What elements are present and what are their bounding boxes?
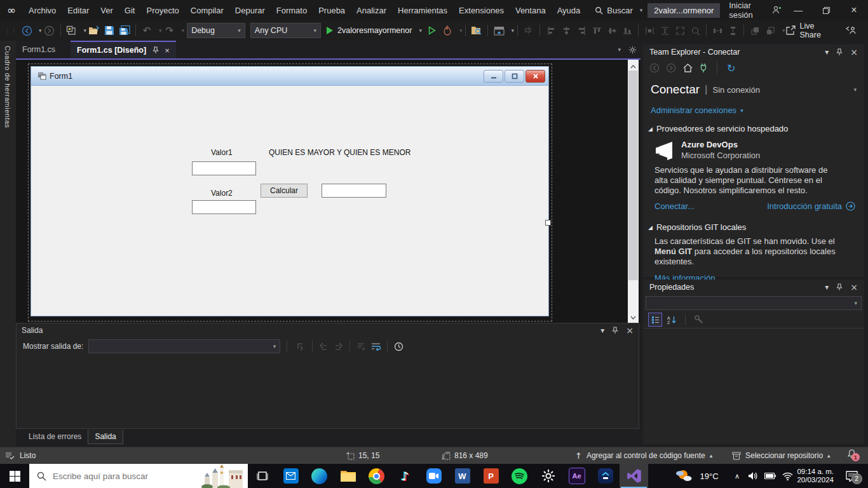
team-explorer-pin-icon[interactable]: [836, 48, 843, 56]
search-control[interactable]: Buscar ▾: [595, 6, 642, 15]
menu-prueba[interactable]: Prueba: [313, 0, 351, 20]
alphabetical-sort-icon[interactable]: AZ: [667, 315, 677, 325]
align-centers-icon[interactable]: [559, 22, 573, 39]
menu-formato[interactable]: Formato: [271, 0, 313, 20]
navigate-back-icon[interactable]: [20, 22, 34, 39]
properties-header[interactable]: Propiedades ▾ ×: [643, 280, 864, 295]
output-pin-icon[interactable]: [612, 327, 618, 334]
toolbar-overflow[interactable]: ▾: [782, 27, 785, 34]
action-center-icon[interactable]: 2: [839, 464, 864, 488]
tray-clock[interactable]: 09:14 a. m. 20/03/2024: [793, 464, 834, 488]
scroll-down-icon[interactable]: [628, 313, 639, 323]
vertical-spacing-icon[interactable]: [726, 22, 740, 39]
history-clock-icon[interactable]: [391, 338, 405, 355]
properties-close-icon[interactable]: ×: [850, 282, 858, 292]
menu-depurar[interactable]: Depurar: [229, 0, 271, 20]
intro-arrow-icon[interactable]: [846, 201, 855, 211]
valor2-label[interactable]: Valor2: [211, 189, 233, 198]
undo-dropdown[interactable]: ▾: [159, 27, 162, 34]
menu-herramientas[interactable]: Herramientas: [392, 0, 453, 20]
properties-dropdown-icon[interactable]: ▾: [825, 283, 829, 292]
next-message-icon[interactable]: [332, 338, 346, 355]
add-source-control-button[interactable]: ↑ Agregar al control de código fuente ▴: [575, 447, 712, 464]
te-home-icon[interactable]: [682, 63, 693, 73]
te-page-dropdown[interactable]: ▾: [853, 86, 857, 93]
team-explorer-dropdown-icon[interactable]: ▾: [825, 48, 829, 57]
heading-label[interactable]: QUIEN ES MAYOR Y QUIEN ES MENOR: [269, 148, 410, 157]
te-forward-icon[interactable]: [666, 63, 676, 73]
same-height-icon[interactable]: [658, 22, 672, 39]
search-highlight-castle-image[interactable]: [201, 464, 247, 488]
taskbar-zoom-icon[interactable]: [419, 464, 448, 488]
menu-compilar[interactable]: Compilar: [185, 0, 229, 20]
start-without-debug-icon[interactable]: [425, 22, 439, 39]
configuration-combo[interactable]: Debug▾: [187, 23, 245, 38]
send-to-back-icon[interactable]: [763, 22, 777, 39]
same-width-icon[interactable]: [642, 22, 656, 39]
taskbar-spotify-icon[interactable]: [505, 464, 534, 488]
tab-error-list[interactable]: Lista de errores: [22, 430, 88, 444]
categorized-view-icon[interactable]: [648, 313, 662, 327]
menu-ventana[interactable]: Ventana: [510, 0, 552, 20]
navigate-forward-icon[interactable]: [43, 22, 57, 39]
form-minimize-icon[interactable]: [484, 70, 503, 83]
taskbar-search-box[interactable]: [29, 464, 248, 488]
tray-chevron-up-icon[interactable]: ∧: [729, 464, 745, 488]
task-view-button[interactable]: [248, 464, 276, 488]
redo-dropdown[interactable]: ▾: [182, 27, 185, 34]
output-dropdown-icon[interactable]: ▾: [600, 326, 604, 335]
taskbar-search-input[interactable]: [51, 471, 181, 482]
taskbar-visual-studio-icon[interactable]: [620, 464, 648, 488]
menu-extensiones[interactable]: Extensiones: [453, 0, 510, 20]
word-wrap-icon[interactable]: [369, 338, 383, 355]
designer-vertical-scrollbar[interactable]: [628, 60, 639, 323]
goto-message-icon[interactable]: [294, 338, 308, 355]
designed-form[interactable]: Form1 Valor1 QUIEN ES MAYOR Y QUIEN ES M…: [31, 66, 549, 316]
save-all-icon[interactable]: [118, 22, 132, 39]
te-connect-plug-icon[interactable]: [700, 63, 707, 73]
open-file-icon[interactable]: [87, 22, 101, 39]
size-to-grid-icon[interactable]: [688, 22, 702, 39]
live-share-label[interactable]: Live Share: [800, 22, 836, 39]
menu-archivo[interactable]: Archivo: [23, 0, 62, 20]
align-rights-icon[interactable]: [574, 22, 588, 39]
undo-icon[interactable]: ↶: [140, 22, 154, 39]
te-refresh-icon[interactable]: ↻: [727, 62, 735, 74]
properties-window-icon[interactable]: [492, 22, 506, 39]
menu-ayuda[interactable]: Ayuda: [552, 0, 587, 20]
taskbar-word-icon[interactable]: W: [448, 464, 477, 488]
tab-form1-cs[interactable]: Form1.cs: [16, 41, 62, 58]
properties-object-combo[interactable]: ▾: [646, 296, 862, 310]
tray-volume-icon[interactable]: [745, 464, 761, 488]
taskbar-tiktok-icon[interactable]: ♪: [391, 464, 419, 488]
taskbar-mail-icon[interactable]: [276, 464, 305, 488]
weather-widget-icon[interactable]: [672, 464, 695, 488]
taskbar-edge-icon[interactable]: [305, 464, 334, 488]
properties-window-dropdown[interactable]: ▾: [511, 27, 514, 34]
pin-tab-icon[interactable]: [153, 46, 159, 54]
notifications-bell[interactable]: 1: [846, 449, 857, 459]
azure-intro-link[interactable]: Introducción gratuita: [767, 201, 842, 211]
live-share-icon[interactable]: [785, 25, 796, 36]
start-debug-button[interactable]: 2valoresmayormenor ▾: [326, 26, 422, 35]
form-maximize-icon[interactable]: [505, 70, 524, 83]
horizontal-spacing-icon[interactable]: [710, 22, 724, 39]
menu-editar[interactable]: Editar: [62, 0, 95, 20]
same-size-icon[interactable]: [673, 22, 687, 39]
redo-icon[interactable]: ↷: [163, 22, 177, 39]
minimize-window-icon[interactable]: —: [784, 0, 812, 20]
hot-reload-dropdown[interactable]: ▾: [459, 27, 463, 34]
sign-in-button[interactable]: Iniciar sesión: [729, 1, 766, 20]
property-pages-wrench-icon[interactable]: [694, 315, 704, 325]
menu-proyecto[interactable]: Proyecto: [140, 0, 184, 20]
form-close-icon[interactable]: [526, 70, 545, 83]
tab-options-gear-icon[interactable]: [628, 46, 637, 54]
properties-grid-empty[interactable]: [643, 329, 864, 447]
align-tops-icon[interactable]: [590, 22, 604, 39]
weather-temperature[interactable]: 19°C: [696, 464, 722, 488]
menu-analizar[interactable]: Analizar: [351, 0, 392, 20]
taskbar-chrome-icon[interactable]: [362, 464, 391, 488]
align-bottoms-icon[interactable]: [620, 22, 634, 39]
align-lefts-icon[interactable]: [544, 22, 558, 39]
select-repository-button[interactable]: Seleccionar repositorio ▴: [732, 447, 831, 464]
